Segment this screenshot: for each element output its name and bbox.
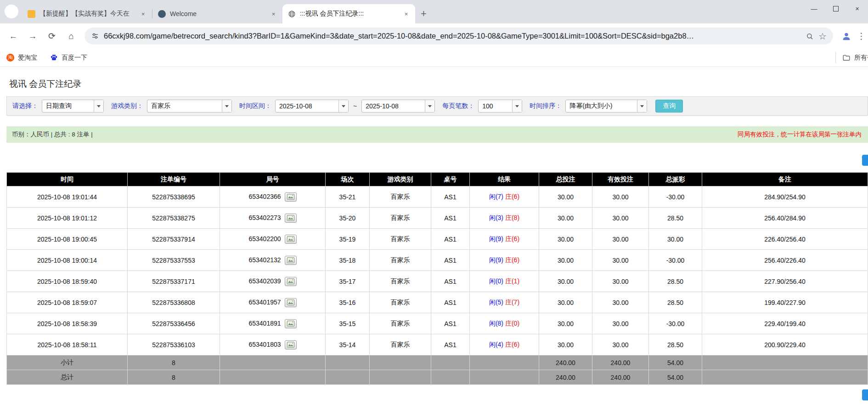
summary-text: 币别：人民币 | 总共 : 8 注单 | (12, 130, 93, 139)
column-header: 场次 (326, 173, 370, 186)
site-settings-icon[interactable] (91, 32, 99, 40)
column-header: 总投注 (539, 173, 592, 186)
minimize-button[interactable]: — (803, 0, 825, 17)
round-preview-icon[interactable] (285, 277, 297, 286)
bookmark-star-icon[interactable]: ☆ (818, 31, 827, 42)
chevron-down-icon[interactable] (512, 100, 522, 112)
result-banker: 庄(6) (505, 235, 519, 242)
round-id-text: 653402273 (248, 214, 281, 221)
cell-remark: 256.40/284.90 (702, 208, 868, 229)
profile-icon[interactable] (838, 28, 855, 45)
url-text[interactable]: 66cxkj98.com/game/betrecord_search/kind3… (104, 32, 801, 40)
bookmark-baidu[interactable]: 百度一下 (50, 54, 87, 62)
sort-value: 降幂(由大到小) (566, 102, 637, 110)
column-header: 局号 (220, 173, 326, 186)
menu-button[interactable]: ⋮ (857, 31, 863, 41)
date-end-input[interactable]: 2025-10-08 (361, 100, 435, 113)
round-preview-icon[interactable] (285, 298, 297, 307)
home-button[interactable]: ⌂ (62, 28, 80, 45)
round-preview-icon[interactable] (285, 192, 297, 202)
footer-cell (702, 355, 868, 370)
close-button[interactable]: × (846, 0, 868, 17)
cell-table-number: AS1 (431, 334, 470, 355)
cell-session: 35-15 (326, 313, 370, 334)
cell-time: 2025-10-08 18:58:39 (7, 313, 128, 334)
globe-icon (288, 10, 296, 18)
cell-result: 闲(9) 庄(6) (470, 250, 539, 271)
round-id-text: 653402039 (248, 277, 281, 284)
total-row: 总计8240.00240.0054.00 (7, 370, 868, 385)
result-player: 闲(9) (489, 235, 503, 242)
chevron-down-icon[interactable] (637, 100, 647, 112)
tab-close-icon[interactable]: × (402, 10, 411, 18)
round-preview-icon[interactable] (285, 319, 297, 328)
reload-button[interactable]: ⟳ (43, 28, 61, 45)
tab-search-button[interactable] (5, 5, 18, 18)
chevron-down-icon[interactable] (338, 100, 348, 112)
cell-total-bet[interactable]: 30.00 (539, 186, 592, 208)
cell-round-id: 653402200 (220, 229, 326, 250)
tab-title: 【新提醒】【实战有奖】今天在 (39, 10, 136, 18)
chevron-down-icon[interactable] (222, 100, 231, 112)
bookmark-taobao[interactable]: 淘 爱淘宝 (6, 54, 37, 62)
cell-game-type: 百家乐 (370, 250, 431, 271)
sort-label: 时间排序： (530, 102, 562, 110)
cell-time: 2025-10-08 19:01:44 (7, 186, 128, 208)
summary-bar: 币别：人民币 | 总共 : 8 注单 | 同局有效投注，统一计算在该局第一张注单… (6, 126, 868, 143)
cell-game-type: 百家乐 (370, 186, 431, 208)
all-bookmarks[interactable]: 所有书签 (835, 52, 868, 63)
tab-close-icon[interactable]: × (139, 10, 147, 18)
cell-bet-id: 522875336103 (128, 334, 220, 355)
search-button[interactable]: 查询 (655, 100, 683, 113)
cell-session: 35-19 (326, 229, 370, 250)
round-preview-icon[interactable] (285, 340, 297, 349)
cell-total-bet[interactable]: 30.00 (539, 208, 592, 229)
cell-time: 2025-10-08 18:59:07 (7, 292, 128, 313)
round-preview-icon[interactable] (285, 235, 297, 244)
footer-cell: 240.00 (539, 370, 592, 385)
cell-total-bet[interactable]: 30.00 (539, 313, 592, 334)
cell-total-bet[interactable]: 30.00 (539, 292, 592, 313)
result-player: 闲(9) (489, 256, 503, 264)
cell-total-bet[interactable]: 30.00 (539, 229, 592, 250)
cell-total-bet[interactable]: 30.00 (539, 271, 592, 292)
round-id-text: 653402132 (248, 256, 281, 263)
cell-remark: 256.40/226.40 (702, 250, 868, 271)
cell-session: 35-18 (326, 250, 370, 271)
query-type-value: 日期查询 (42, 102, 94, 110)
round-preview-icon[interactable] (285, 256, 297, 265)
new-tab-button[interactable]: + (421, 9, 427, 19)
cell-total-bet[interactable]: 30.00 (539, 334, 592, 355)
address-bar[interactable]: 66cxkj98.com/game/betrecord_search/kind3… (85, 28, 833, 45)
tab-betrecord[interactable]: :::视讯 会员下注纪录::: × (282, 4, 415, 23)
sort-select[interactable]: 降幂(由大到小) (565, 100, 647, 113)
tab-welcome[interactable]: Welcome × (152, 4, 282, 23)
back-button[interactable]: ← (5, 28, 22, 45)
chevron-down-icon[interactable] (94, 100, 103, 112)
game-type-select[interactable]: 百家乐 (147, 100, 232, 113)
cell-result: 闲(7) 庄(6) (470, 186, 539, 208)
round-id-text: 653402366 (248, 192, 281, 200)
footer-cell (431, 370, 470, 385)
date-start-value: 2025-10-08 (276, 102, 338, 110)
forward-button[interactable]: → (24, 28, 41, 45)
floating-scroll-button-bottom[interactable] (862, 389, 868, 400)
date-range-label: 时间区间： (239, 102, 271, 110)
page-size-select[interactable]: 100 (478, 100, 522, 113)
lens-search-icon[interactable] (806, 32, 814, 40)
cell-total-bet[interactable]: 30.00 (539, 250, 592, 271)
all-bookmarks-label: 所有书签 (854, 54, 868, 62)
date-start-input[interactable]: 2025-10-08 (275, 100, 349, 113)
floating-scroll-button-top[interactable] (862, 155, 868, 166)
round-preview-icon[interactable] (285, 214, 297, 223)
result-banker: 庄(8) (505, 214, 519, 221)
footer-cell (220, 370, 326, 385)
footer-cell (326, 370, 370, 385)
tab-forum[interactable]: 【新提醒】【实战有奖】今天在 × (22, 4, 152, 23)
query-type-select[interactable]: 日期查询 (42, 100, 104, 113)
tab-close-icon[interactable]: × (269, 10, 278, 18)
cell-payout: 28.50 (649, 334, 702, 355)
maximize-button[interactable] (825, 0, 846, 17)
chevron-down-icon[interactable] (425, 100, 434, 112)
cell-session: 35-20 (326, 208, 370, 229)
